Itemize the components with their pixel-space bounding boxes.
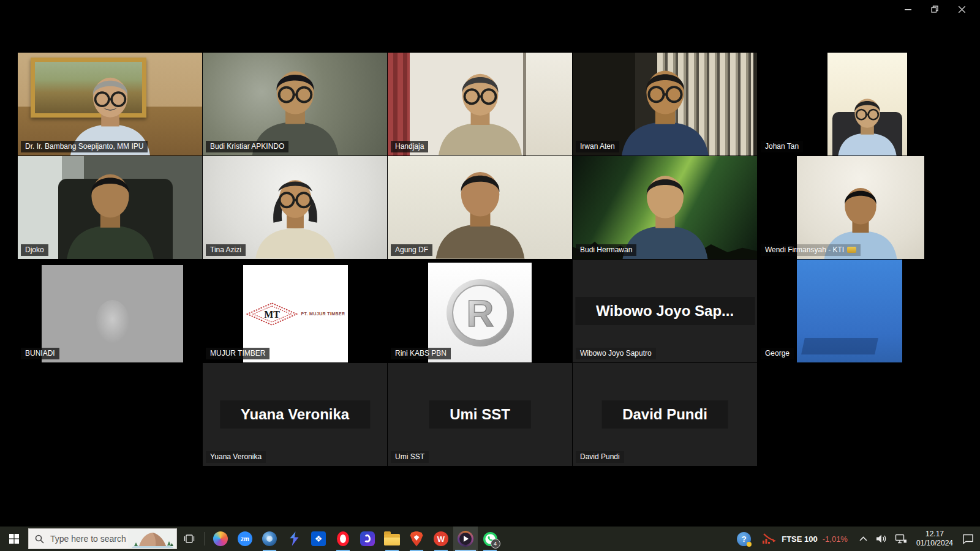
video-tile-budi-hermawan[interactable]: Budi Hermawan bbox=[573, 156, 757, 259]
video-tile-irwan-aten[interactable]: Irwan Aten bbox=[573, 53, 757, 156]
video-tile-umi-sst[interactable]: Umi SST Umi SST bbox=[388, 363, 572, 466]
close-icon bbox=[959, 6, 965, 13]
video-feed bbox=[203, 156, 387, 259]
search-input[interactable] bbox=[49, 533, 128, 544]
participant-name-text: Rini KABS PBN bbox=[395, 349, 447, 358]
taskbar-app-brave[interactable] bbox=[404, 527, 429, 551]
participant-name-text: Dr. Ir. Bambang Soepijanto, MM IPU bbox=[25, 142, 143, 151]
taskbar-app-media-player[interactable] bbox=[453, 527, 478, 551]
participant-name-label: David Pundi bbox=[576, 451, 624, 463]
taskbar-app-thunderbird[interactable] bbox=[257, 527, 282, 551]
video-tile-yuana-veronika[interactable]: Yuana Veronika Yuana Veronika bbox=[203, 363, 387, 466]
stock-change-value: -1,01% bbox=[823, 534, 848, 544]
participant-display-name: Wibowo Joyo Sap... bbox=[575, 297, 755, 325]
video-feed bbox=[573, 53, 757, 156]
video-grid: Dr. Ir. Bambang Soepijanto, MM IPU Budi … bbox=[18, 53, 942, 466]
network-tray-button[interactable] bbox=[891, 527, 911, 551]
video-tile-david-pundi[interactable]: David Pundi David Pundi bbox=[573, 363, 757, 466]
red-curtain bbox=[388, 53, 410, 156]
video-tile-tina-azizi[interactable]: Tina Azizi bbox=[203, 156, 387, 259]
task-view-icon bbox=[184, 534, 195, 544]
participant-avatar bbox=[415, 61, 545, 156]
participant-name-text: MUJUR TIMBER bbox=[210, 349, 265, 358]
search-icon bbox=[35, 534, 44, 544]
wps-office-icon: W bbox=[434, 531, 448, 546]
minimize-button[interactable] bbox=[894, 1, 921, 17]
participant-name-text: Johan Tan bbox=[765, 142, 799, 151]
video-feed bbox=[203, 53, 387, 156]
mountain-scene-art bbox=[128, 530, 176, 548]
show-hidden-icons-button[interactable] bbox=[855, 527, 872, 551]
video-tile-budi-kristiar[interactable]: Budi Kristiar APKINDO bbox=[203, 53, 387, 156]
action-center-button[interactable] bbox=[959, 527, 978, 551]
speaker-icon bbox=[876, 534, 888, 544]
participant-name-text: Irwan Aten bbox=[580, 142, 615, 151]
mt-company-text: PT. MUJUR TIMBER bbox=[301, 312, 345, 316]
taskbar-separator bbox=[205, 532, 205, 545]
meeting-window: Dr. Ir. Bambang Soepijanto, MM IPU Budi … bbox=[0, 0, 980, 551]
taskbar-app-whatsapp[interactable]: 4 bbox=[478, 527, 502, 551]
windows-logo-icon bbox=[9, 534, 19, 544]
taskbar-app-lightning[interactable] bbox=[282, 527, 306, 551]
mt-diamond-logo: MT bbox=[246, 301, 298, 327]
video-tile-wibowo[interactable]: Wibowo Joyo Sap... Wibowo Joyo Saputro bbox=[573, 260, 757, 362]
taskbar-app-wps-office[interactable]: W bbox=[429, 527, 453, 551]
video-tile-agung-df[interactable]: Agung DF bbox=[388, 156, 572, 259]
start-button[interactable] bbox=[0, 527, 28, 551]
video-tile-djoko[interactable]: Djoko bbox=[18, 156, 202, 259]
get-help-tray-icon[interactable]: ? bbox=[733, 527, 755, 551]
search-box[interactable] bbox=[28, 528, 177, 549]
taskbar-app-zoom[interactable]: zm bbox=[233, 527, 257, 551]
blurred-figure bbox=[96, 300, 129, 343]
video-tile-wendi-firmansyah[interactable]: Wendi Firmansyah - KTI bbox=[758, 156, 942, 259]
brave-icon bbox=[410, 531, 423, 547]
participant-name-text: BUNIADI bbox=[25, 349, 55, 358]
participant-name-text: Umi SST bbox=[395, 452, 424, 461]
system-tray: ? FTSE 100 -1,01% bbox=[733, 527, 980, 551]
participant-name-label: Budi Kristiar APKINDO bbox=[206, 141, 288, 152]
task-view-button[interactable] bbox=[177, 527, 202, 551]
taskbar-app-file-explorer[interactable] bbox=[380, 527, 404, 551]
video-tile-george[interactable]: George bbox=[758, 260, 942, 362]
participant-avatar bbox=[232, 164, 358, 259]
video-feed bbox=[797, 156, 924, 259]
zoom-icon: zm bbox=[238, 531, 252, 546]
play-icon bbox=[464, 536, 469, 542]
participant-name-label: Tina Azizi bbox=[206, 244, 246, 256]
participant-name-text: Handjaja bbox=[395, 142, 424, 151]
video-feed bbox=[388, 156, 572, 259]
close-button[interactable] bbox=[948, 1, 975, 17]
participant-avatar bbox=[40, 160, 180, 259]
opera-icon bbox=[337, 531, 349, 546]
registered-trademark-logo: R bbox=[444, 277, 516, 349]
video-tile-rini-kabs-pbn[interactable]: R Rini KABS PBN bbox=[388, 260, 572, 362]
taskbar-app-copilot[interactable] bbox=[208, 527, 233, 551]
copilot-icon bbox=[213, 531, 228, 546]
taskbar: zm ❖ W bbox=[0, 527, 980, 551]
video-tile-mujur-timber[interactable]: MT PT. MUJUR TIMBER MUJUR TIMBER bbox=[203, 260, 387, 362]
mt-initials: MT bbox=[265, 309, 281, 319]
video-tile-buniadi[interactable]: BUNIADI bbox=[18, 260, 202, 362]
restore-button[interactable] bbox=[921, 1, 948, 17]
participant-name-label: Handjaja bbox=[391, 141, 428, 152]
taskbar-app-dropbox[interactable]: ❖ bbox=[306, 527, 331, 551]
participant-name-label: Irwan Aten bbox=[576, 141, 619, 152]
video-feed bbox=[18, 53, 202, 156]
video-feed bbox=[42, 265, 183, 362]
participant-name-label: Umi SST bbox=[391, 451, 429, 463]
taskbar-clock[interactable]: 12.17 01/10/2024 bbox=[911, 530, 959, 548]
taskbar-empty-area bbox=[502, 527, 733, 551]
file-explorer-icon bbox=[384, 534, 400, 545]
taskbar-app-microsoft-365[interactable] bbox=[355, 527, 380, 551]
action-center-icon bbox=[962, 534, 974, 544]
video-tile-bambang[interactable]: Dr. Ir. Bambang Soepijanto, MM IPU bbox=[18, 53, 202, 156]
volume-tray-button[interactable] bbox=[872, 527, 891, 551]
taskbar-app-opera[interactable] bbox=[331, 527, 355, 551]
video-tile-johan-tan[interactable]: Johan Tan bbox=[758, 53, 942, 156]
participant-name-text: Yuana Veronika bbox=[210, 452, 262, 461]
participant-name-text: Djoko bbox=[25, 246, 44, 254]
dropbox-glyph: ❖ bbox=[315, 534, 323, 544]
search-highlight-image[interactable] bbox=[128, 530, 176, 548]
video-tile-handjaja[interactable]: Handjaja bbox=[388, 53, 572, 156]
stock-market-widget[interactable]: FTSE 100 -1,01% bbox=[755, 533, 855, 545]
